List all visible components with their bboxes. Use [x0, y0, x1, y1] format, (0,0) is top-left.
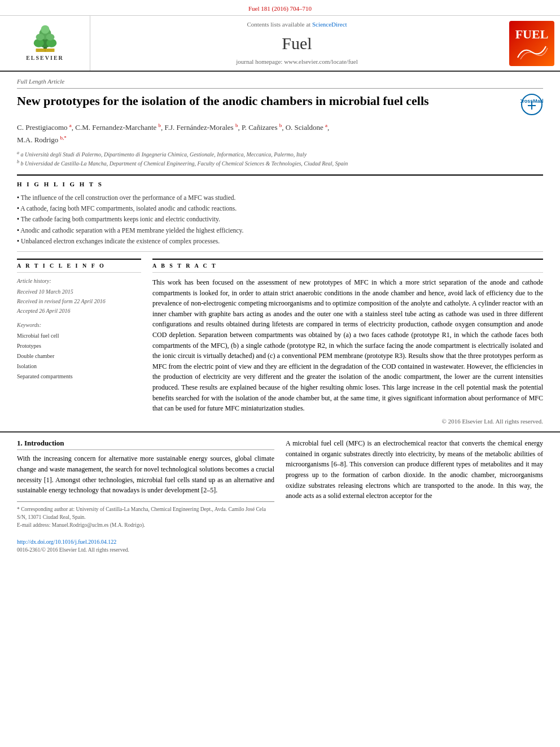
- keyword-list: Microbial fuel cell Prototypes Double ch…: [17, 331, 141, 382]
- journal-name-center: Contents lists available at ScienceDirec…: [90, 16, 504, 71]
- highlights-title: H I G H L I G H T S: [17, 180, 543, 189]
- email-note: E-mail address: Manuel.Rodrigo@uclm.es (…: [17, 521, 274, 529]
- sciencedirect-anchor[interactable]: ScienceDirect: [312, 21, 347, 28]
- main-right-col: A microbial fuel cell (MFC) is an electr…: [286, 438, 543, 554]
- article-type: Full Length Article: [17, 77, 543, 88]
- elsevier-logo-container: ELSEVIER: [0, 16, 90, 71]
- intro-body-left: With the increasing concern for alternat…: [17, 453, 274, 495]
- abstract-text: This work has been focused on the assess…: [152, 277, 543, 414]
- keywords-label: Keywords:: [17, 321, 141, 329]
- history-label: Article history:: [17, 277, 141, 285]
- fuel-journal-logo: FUEL: [504, 16, 560, 71]
- journal-title: Fuel: [282, 32, 312, 55]
- abstract-label: A B S T R A C T: [152, 259, 543, 273]
- intro-heading: 1. Introduction: [17, 438, 274, 450]
- fuel-logo-box: FUEL: [509, 21, 554, 66]
- keywords-group: Keywords: Microbial fuel cell Prototypes…: [17, 321, 141, 382]
- journal-citation: Fuel 181 (2016) 704–710: [0, 0, 560, 16]
- journal-header-bar: ELSEVIER Contents lists available at Sci…: [0, 16, 560, 72]
- info-abstract-columns: A R T I C L E I N F O Article history: R…: [17, 259, 543, 426]
- main-left-col: 1. Introduction With the increasing conc…: [17, 438, 274, 554]
- highlight-item: The influence of the cell construction o…: [17, 193, 543, 203]
- highlight-item: The cathode facing both compartments kee…: [17, 214, 543, 225]
- article-title-text: New prototypes for the isolation of the …: [17, 93, 429, 110]
- elsevier-tree-icon: [28, 25, 62, 53]
- article-dates: Received 10 March 2015 Received in revis…: [17, 287, 141, 316]
- main-content: 1. Introduction With the increasing conc…: [0, 431, 560, 560]
- highlights-section: H I G H L I G H T S The influence of the…: [17, 174, 543, 252]
- fuel-logo-graphic: [515, 43, 549, 60]
- affiliations: a a Università degli Studi di Palermo, D…: [17, 150, 543, 168]
- intro-body-right: A microbial fuel cell (MFC) is an electr…: [286, 438, 543, 501]
- svg-point-5: [36, 33, 44, 40]
- svg-point-7: [41, 25, 49, 33]
- highlight-item: Unbalanced electron exchanges indicate t…: [17, 236, 543, 247]
- content-area: Full Length Article New prototypes for t…: [0, 72, 560, 431]
- citation-text: Fuel 181 (2016) 704–710: [248, 5, 312, 12]
- highlights-list: The influence of the cell construction o…: [17, 193, 543, 247]
- crossmark-icon: CrossMark: [520, 93, 543, 116]
- article-info-column: A R T I C L E I N F O Article history: R…: [17, 259, 141, 426]
- journal-homepage: journal homepage: www.elsevier.com/locat…: [236, 58, 358, 66]
- sciencedirect-link: Contents lists available at ScienceDirec…: [247, 20, 347, 29]
- two-col-main: 1. Introduction With the increasing conc…: [17, 438, 543, 554]
- doi-link[interactable]: http://dx.doi.org/10.1016/j.fuel.2016.04…: [17, 539, 116, 545]
- authors: C. Prestigiacomo a, C.M. Fernandez-March…: [17, 121, 543, 146]
- svg-point-6: [46, 33, 54, 40]
- article-history: Article history: Received 10 March 2015 …: [17, 277, 141, 316]
- article-info-label: A R T I C L E I N F O: [17, 259, 141, 273]
- corresponding-author-note: * Corresponding author at: University of…: [17, 505, 274, 522]
- highlight-item: A cathode, facing both MFC compartments,…: [17, 203, 543, 214]
- issn-note: 0016-2361/© 2016 Elsevier Ltd. All right…: [17, 547, 129, 553]
- elsevier-brand-text: ELSEVIER: [26, 54, 64, 62]
- footnotes: * Corresponding author at: University of…: [17, 501, 274, 554]
- highlight-item: Anodic and cathodic separation with a PE…: [17, 225, 543, 236]
- fuel-logo-text: FUEL: [515, 26, 549, 43]
- copyright: © 2016 Elsevier Ltd. All rights reserved…: [152, 417, 543, 426]
- abstract-column: A B S T R A C T This work has been focus…: [152, 259, 543, 426]
- article-title-row: New prototypes for the isolation of the …: [17, 93, 543, 116]
